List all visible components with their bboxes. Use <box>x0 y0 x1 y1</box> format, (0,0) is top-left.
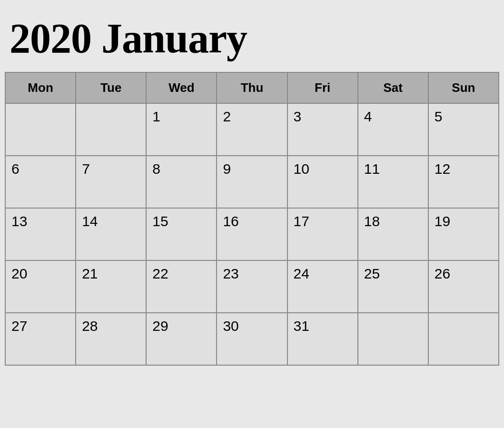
calendar-day-13: 13 <box>5 208 76 260</box>
calendar-day-29: 29 <box>146 313 217 365</box>
calendar-day-14: 14 <box>76 208 146 260</box>
calendar-day-16: 16 <box>217 208 287 260</box>
calendar-day-21: 21 <box>76 260 146 313</box>
calendar-day-empty <box>358 313 428 365</box>
calendar-day-31: 31 <box>287 313 358 365</box>
calendar-day-4: 4 <box>358 103 428 156</box>
calendar-header-sun: Sun <box>428 72 499 103</box>
calendar-week-row: 20212223242526 <box>5 260 499 313</box>
calendar-day-8: 8 <box>146 156 217 208</box>
calendar-day-27: 27 <box>5 313 76 365</box>
calendar-day-3: 3 <box>287 103 358 156</box>
calendar-day-23: 23 <box>217 260 287 313</box>
calendar-day-empty <box>5 103 76 156</box>
calendar-header-mon: Mon <box>5 72 76 103</box>
calendar-day-11: 11 <box>358 156 428 208</box>
calendar-header-row: MonTueWedThuFriSatSun <box>5 72 499 103</box>
calendar-week-row: 2728293031 <box>5 313 499 365</box>
calendar-day-1: 1 <box>146 103 217 156</box>
calendar-day-18: 18 <box>358 208 428 260</box>
calendar-day-9: 9 <box>217 156 287 208</box>
calendar-header-thu: Thu <box>217 72 287 103</box>
calendar-day-19: 19 <box>428 208 499 260</box>
calendar-day-7: 7 <box>76 156 146 208</box>
calendar-header-tue: Tue <box>76 72 146 103</box>
calendar-header-fri: Fri <box>287 72 358 103</box>
calendar-day-empty <box>76 103 146 156</box>
calendar-day-28: 28 <box>76 313 146 365</box>
calendar-day-6: 6 <box>5 156 76 208</box>
calendar-day-22: 22 <box>146 260 217 313</box>
calendar-day-12: 12 <box>428 156 499 208</box>
calendar-week-row: 12345 <box>5 103 499 156</box>
calendar-header-sat: Sat <box>358 72 428 103</box>
calendar-header-wed: Wed <box>146 72 217 103</box>
calendar-week-row: 6789101112 <box>5 156 499 208</box>
calendar-container: 2020 January MonTueWedThuFriSatSun 12345… <box>0 0 504 428</box>
calendar-day-5: 5 <box>428 103 499 156</box>
calendar-day-2: 2 <box>217 103 287 156</box>
calendar-title: 2020 January <box>5 10 499 72</box>
calendar-body: 1234567891011121314151617181920212223242… <box>5 103 499 365</box>
calendar-day-26: 26 <box>428 260 499 313</box>
calendar-day-15: 15 <box>146 208 217 260</box>
calendar-week-row: 13141516171819 <box>5 208 499 260</box>
calendar-table: MonTueWedThuFriSatSun 123456789101112131… <box>5 72 499 366</box>
calendar-day-10: 10 <box>287 156 358 208</box>
calendar-day-17: 17 <box>287 208 358 260</box>
calendar-day-empty <box>428 313 499 365</box>
calendar-day-24: 24 <box>287 260 358 313</box>
calendar-day-25: 25 <box>358 260 428 313</box>
calendar-day-30: 30 <box>217 313 287 365</box>
calendar-day-20: 20 <box>5 260 76 313</box>
